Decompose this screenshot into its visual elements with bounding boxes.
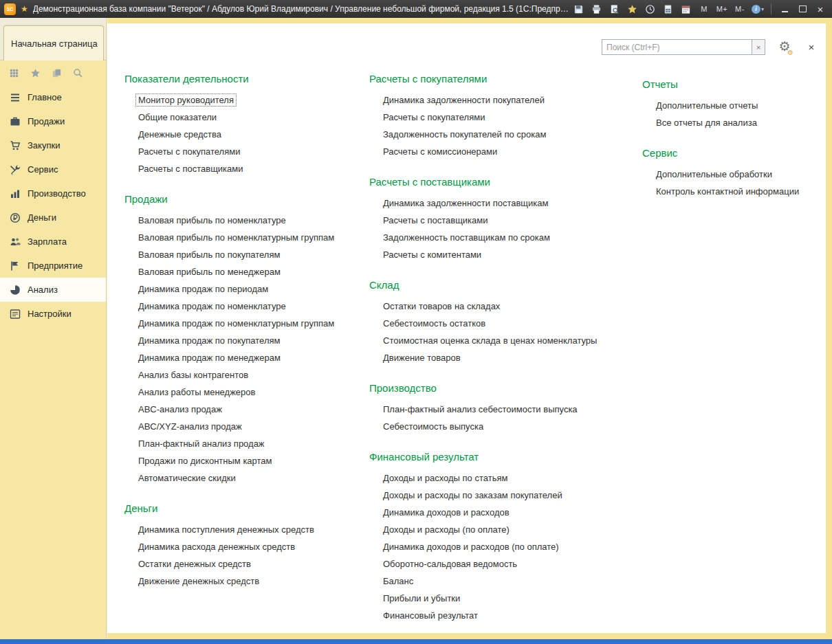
report-link[interactable]: Дополнительные отчеты xyxy=(642,97,826,114)
report-link[interactable]: План-фактный анализ продаж xyxy=(124,435,369,452)
report-link[interactable]: Расчеты с поставщиками xyxy=(369,212,642,229)
history-button[interactable] xyxy=(643,2,658,16)
report-link[interactable]: Динамика продаж по менеджерам xyxy=(124,349,369,366)
report-link[interactable]: Себестоимость остатков xyxy=(369,315,642,332)
report-link-label: Динамика продаж по покупателям xyxy=(135,334,283,347)
sidebar-sections: ГлавноеПродажиЗакупкиСервисПроизводствоД… xyxy=(0,85,106,326)
titlebar-left: 1С ★ Демонстрационная база компании "Вет… xyxy=(4,3,571,15)
report-link[interactable]: Расчеты с комиссионерами xyxy=(369,143,642,160)
report-link[interactable]: Задолженность поставщикам по срокам xyxy=(369,229,642,246)
report-link[interactable]: Автоматические скидки xyxy=(124,469,369,487)
sidebar-item-enterprise[interactable]: Предприятие xyxy=(0,254,106,278)
report-link[interactable]: Стоимостная оценка склада в ценах номенк… xyxy=(369,332,642,349)
report-link[interactable]: Доходы и расходы (по оплате) xyxy=(369,521,642,538)
report-link[interactable]: Расчеты с поставщиками xyxy=(124,160,369,177)
sidebar-item-label: Деньги xyxy=(28,212,56,223)
favorites-button[interactable] xyxy=(29,67,41,79)
sidebar-item-settings[interactable]: Настройки xyxy=(0,302,106,326)
report-link[interactable]: Динамика доходов и расходов (по оплате) xyxy=(369,538,642,555)
sidebar-item-label: Главное xyxy=(28,92,62,102)
report-link[interactable]: Денежные средства xyxy=(124,126,369,143)
info-button[interactable]: i▾ xyxy=(750,2,765,16)
report-link[interactable]: Общие показатели xyxy=(124,109,369,126)
report-link[interactable]: Контроль контактной информации xyxy=(642,183,826,200)
report-link[interactable]: Задолженность покупателей по срокам xyxy=(369,126,642,143)
report-link[interactable]: Финансовый результат xyxy=(369,607,642,624)
report-link[interactable]: Валовая прибыль по менеджерам xyxy=(124,263,369,280)
report-link[interactable]: Расчеты с комитентами xyxy=(369,246,642,263)
menu-icon xyxy=(9,91,21,103)
maximize-button[interactable] xyxy=(795,2,810,16)
report-link[interactable]: Анализ работы менеджеров xyxy=(124,384,369,401)
calculator-button[interactable] xyxy=(661,2,676,16)
report-link[interactable]: Динамика расхода денежных средств xyxy=(124,538,369,555)
production-icon xyxy=(9,188,21,199)
calc-m-plus-button[interactable]: M+ xyxy=(714,2,730,16)
1c-app-logo-icon[interactable]: 1С xyxy=(4,3,16,15)
sidebar-item-analysis[interactable]: Анализ xyxy=(0,278,106,302)
report-link-label: Движение товаров xyxy=(380,351,463,364)
report-link[interactable]: Остатки денежных средств xyxy=(124,555,369,573)
close-window-button[interactable]: × xyxy=(813,2,828,16)
report-link[interactable]: Оборотно-сальдовая ведомость xyxy=(369,555,642,573)
calc-m-minus-button[interactable]: M- xyxy=(732,2,747,16)
sidebar-item-production[interactable]: Производство xyxy=(0,181,106,206)
report-link-label: Динамика расхода денежных средств xyxy=(135,540,298,553)
report-link[interactable]: План-фактный анализ себестоимости выпуск… xyxy=(369,401,642,418)
calendar-button[interactable] xyxy=(679,2,694,16)
report-link[interactable]: Валовая прибыль по номенклатурным группа… xyxy=(124,229,369,246)
report-link[interactable]: Динамика поступления денежных средств xyxy=(124,521,369,538)
sidebar-item-sales[interactable]: Продажи xyxy=(0,109,106,133)
report-link[interactable]: Баланс xyxy=(369,573,642,590)
report-link-label: Денежные средства xyxy=(135,128,224,141)
functions-menu-button[interactable] xyxy=(8,67,20,79)
report-link[interactable]: Движение денежных средств xyxy=(124,573,369,590)
sidebar-item-main[interactable]: Главное xyxy=(0,85,106,109)
report-link[interactable]: Динамика продаж по номенклатуре xyxy=(124,298,369,315)
report-link[interactable]: Расчеты с покупателями xyxy=(369,109,642,126)
print-button[interactable] xyxy=(589,2,604,16)
search-button[interactable] xyxy=(72,67,84,79)
report-link[interactable]: Динамика задолженности поставщикам xyxy=(369,195,642,212)
report-link[interactable]: Остатки товаров на складах xyxy=(369,298,642,315)
home-page-tab[interactable]: Начальная страница xyxy=(3,25,104,60)
report-link[interactable]: Дополнительные обработки xyxy=(642,166,826,183)
report-link[interactable]: Продажи по дисконтным картам xyxy=(124,452,369,469)
sidebar-item-money[interactable]: Деньги xyxy=(0,206,106,230)
report-link-label: Динамика задолженности покупателей xyxy=(380,93,547,107)
report-link[interactable]: Динамика продаж по периодам xyxy=(124,280,369,298)
report-link[interactable]: Анализ базы контрагентов xyxy=(124,366,369,384)
home-page: × ⚙⚙ × Показатели деятельностиМонитор ру… xyxy=(107,23,826,633)
report-link[interactable]: Динамика продаж по номенклатурным группа… xyxy=(124,315,369,332)
report-link[interactable]: Расчеты с покупателями xyxy=(124,143,369,160)
open-windows-button[interactable] xyxy=(50,67,63,79)
report-link[interactable]: Доходы и расходы по заказам покупателей xyxy=(369,487,642,504)
print-preview-button[interactable] xyxy=(607,2,622,16)
report-link[interactable]: Валовая прибыль по номенклатуре xyxy=(124,212,369,229)
caret-down-icon: ▾ xyxy=(761,6,764,12)
sidebar-item-service[interactable]: Сервис xyxy=(0,157,106,181)
report-link[interactable]: Доходы и расходы по статьям xyxy=(369,469,642,487)
report-link[interactable]: Валовая прибыль по покупателям xyxy=(124,246,369,263)
report-link[interactable]: Все отчеты для анализа xyxy=(642,114,826,131)
sidebar-item-salary[interactable]: Зарплата xyxy=(0,230,106,254)
report-link-label: Общие показатели xyxy=(135,111,219,124)
report-link[interactable]: Себестоимость выпуска xyxy=(369,418,642,435)
report-link[interactable]: Монитор руководителя xyxy=(124,91,369,109)
calc-m-button[interactable]: M xyxy=(697,2,712,16)
sidebar-item-purchases[interactable]: Закупки xyxy=(0,133,106,157)
report-link[interactable]: Движение товаров xyxy=(369,349,642,366)
report-link[interactable]: ABC/XYZ-анализ продаж xyxy=(124,418,369,435)
report-link[interactable]: Динамика доходов и расходов xyxy=(369,504,642,521)
add-favorite-button[interactable] xyxy=(625,2,640,16)
report-link[interactable]: Динамика задолженности покупателей xyxy=(369,91,642,109)
report-link[interactable]: ABC-анализ продаж xyxy=(124,401,369,418)
minimize-button[interactable] xyxy=(777,2,792,16)
ruble-icon xyxy=(9,212,21,223)
report-link-label: Валовая прибыль по покупателям xyxy=(135,248,283,261)
save-button[interactable] xyxy=(571,2,587,16)
report-section: Расчеты с покупателямиДинамика задолженн… xyxy=(369,72,642,160)
report-link[interactable]: Динамика продаж по покупателям xyxy=(124,332,369,349)
report-link-label: Все отчеты для анализа xyxy=(653,116,760,129)
report-link[interactable]: Прибыли и убытки xyxy=(369,590,642,607)
